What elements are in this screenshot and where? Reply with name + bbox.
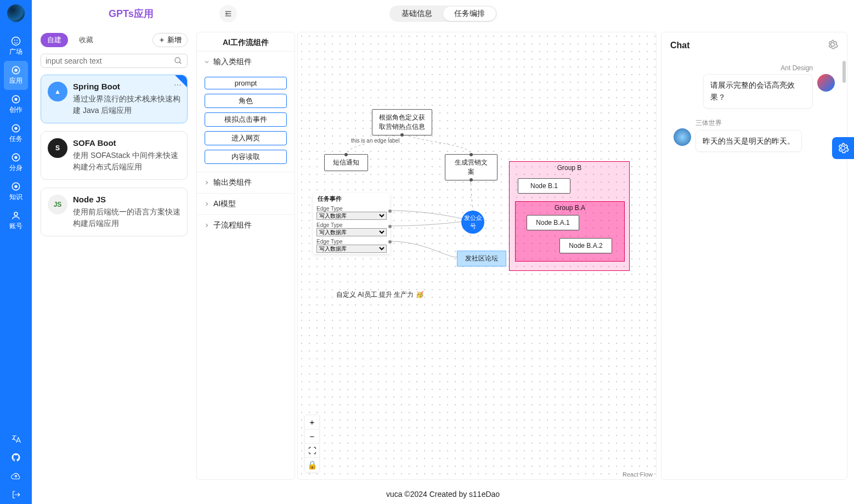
node-ba1[interactable]: Node B.A.1 xyxy=(527,215,579,230)
avatar[interactable] xyxy=(7,4,25,22)
rail-label: 账号 xyxy=(9,222,22,231)
node-publish-wechat[interactable]: 发公众号 xyxy=(461,211,484,234)
chevron-right-icon xyxy=(203,179,210,186)
chat-sender: Ant Design xyxy=(703,64,813,72)
flow-item-goto[interactable]: 进入网页 xyxy=(205,131,287,145)
lock-button[interactable]: 🔒 xyxy=(305,458,319,472)
chat-bubble: 请展示完整的会话高亮效果？ xyxy=(703,74,813,109)
node-sms[interactable]: 短信通知 xyxy=(324,154,368,171)
collapse-sidebar-button[interactable] xyxy=(219,5,237,22)
node-publish-forum[interactable]: 发社区论坛 xyxy=(457,251,506,267)
logout-icon[interactable] xyxy=(4,485,28,504)
header-tabs: 基础信息 任务编排 xyxy=(389,5,497,22)
flow-cat-input: 输入类组件 prompt 角色 模拟点击事件 进入网页 内容读取 xyxy=(197,52,295,172)
footer: vuca ©2024 Created by s11eDao xyxy=(32,484,854,504)
chevron-right-icon xyxy=(203,201,210,207)
chat-message: 三体世界 昨天的当天是明天的昨天。 xyxy=(669,118,839,152)
annotation-node[interactable]: 自定义 AI员工 提升 生产力 🥳 xyxy=(336,290,424,299)
node-hot-info[interactable]: 根据角色定义获取营销热点信息 xyxy=(372,109,432,135)
app-card-spring-boot[interactable]: ▲ Spring Boot 通过业界流行的技术栈来快速构建 Java 后端应用 … xyxy=(41,75,188,123)
flow-cat-input-head[interactable]: 输入类组件 xyxy=(197,52,295,72)
group-b[interactable]: Group B Node B.1 Group B.A Node B.A.1 No… xyxy=(509,161,630,271)
rail-label: 任务 xyxy=(9,134,22,144)
github-icon[interactable] xyxy=(4,448,28,467)
tab-basic-info[interactable]: 基础信息 xyxy=(391,7,443,21)
svg-point-12 xyxy=(14,185,17,188)
svg-point-2 xyxy=(16,40,18,41)
apps-tab-fav[interactable]: 收藏 xyxy=(72,33,100,47)
group-ba[interactable]: Group B.A Node B.A.1 Node B.A.2 xyxy=(515,201,625,262)
node-form[interactable]: 任务事件 Edge Type 写入数据库 Edge Type 写入数据库 Edg… xyxy=(313,193,390,254)
flow-cat-output: 输出类组件 xyxy=(197,172,295,194)
app-name: SOFA Boot xyxy=(73,138,116,148)
chrome-icon xyxy=(11,182,21,191)
svg-point-8 xyxy=(14,127,17,129)
zoom-out-button[interactable]: − xyxy=(305,429,319,444)
settings-float-button[interactable] xyxy=(832,137,854,159)
flow-cat-sub: 子流程组件 xyxy=(197,215,295,236)
edge-type-select-3[interactable]: 写入数据库 xyxy=(316,245,387,253)
rail-label: 广场 xyxy=(9,47,22,56)
rail-item-avatars[interactable]: 分身 xyxy=(4,148,28,177)
node-b1[interactable]: Node B.1 xyxy=(518,178,570,194)
flow-components-panel: AI工作流组件 输入类组件 prompt 角色 模拟点击事件 进入网页 内容读取 xyxy=(196,32,295,480)
add-app-label: 新增 xyxy=(167,35,182,45)
chat-title: Chat xyxy=(670,41,690,50)
svg-point-14 xyxy=(175,58,180,63)
rail-label: 创作 xyxy=(9,105,22,115)
flow-item-read[interactable]: 内容读取 xyxy=(205,150,287,164)
add-app-button[interactable]: 新增 xyxy=(152,33,188,47)
chat-sender: 三体世界 xyxy=(695,118,802,128)
chevron-right-icon xyxy=(203,222,210,229)
chat-body[interactable]: Ant Design 请展示完整的会话高亮效果？ 三体世界 昨天的当天是明天的昨… xyxy=(661,59,847,479)
flow-canvas[interactable]: 根据角色定义获取营销热点信息 this is an edge label 短信通… xyxy=(297,32,657,480)
form-title: 任务事件 xyxy=(313,193,390,205)
flow-cat-sub-head[interactable]: 子流程组件 xyxy=(197,215,295,236)
main: GPTs应用 基础信息 任务编排 自建 收藏 新增 xyxy=(32,0,854,504)
react-flow-attrib: React Flow xyxy=(623,471,653,478)
edge-type-select-2[interactable]: 写入数据库 xyxy=(316,228,387,236)
app-icon: S xyxy=(48,138,67,158)
user-icon xyxy=(11,211,21,220)
rail-label: 应用 xyxy=(9,76,22,86)
svg-point-13 xyxy=(14,212,18,216)
chat-scrollbar[interactable] xyxy=(842,61,846,83)
fit-view-button[interactable]: ⛶ xyxy=(305,444,319,458)
flow-item-prompt[interactable]: prompt xyxy=(205,77,287,89)
flow-item-click[interactable]: 模拟点击事件 xyxy=(205,112,287,127)
chat-bubble: 昨天的当天是明天的昨天。 xyxy=(695,130,802,152)
rail-item-knowledge[interactable]: 知识 xyxy=(4,177,28,206)
node-gen-copy[interactable]: 生成营销文案 xyxy=(445,154,497,180)
rail-label: 知识 xyxy=(9,192,22,202)
app-card-nodejs[interactable]: JS Node JS 使用前后端统一的语言方案快速构建后端应用 xyxy=(41,188,188,236)
flow-cat-output-head[interactable]: 输出类组件 xyxy=(197,172,295,193)
flow-cat-model: AI模型 xyxy=(197,194,295,215)
svg-point-1 xyxy=(14,40,15,41)
zoom-in-button[interactable]: + xyxy=(305,415,319,429)
rail-item-tasks[interactable]: 任务 xyxy=(4,119,28,148)
tab-orchestrate[interactable]: 任务编排 xyxy=(443,7,496,21)
rail-item-square[interactable]: 广场 xyxy=(4,32,28,61)
rail-item-apps[interactable]: 应用 xyxy=(4,61,28,90)
more-icon[interactable]: ⋯ xyxy=(174,81,182,89)
cloud-upload-icon[interactable] xyxy=(4,467,28,485)
app-card-sofa-boot[interactable]: S SOFA Boot 使用 SOFAStack 中间件来快速构建分布式后端应用 xyxy=(41,131,188,180)
app-icon: ▲ xyxy=(48,82,67,101)
gear-icon[interactable] xyxy=(827,39,838,52)
language-icon[interactable] xyxy=(4,429,28,448)
node-ba2[interactable]: Node B.A.2 xyxy=(559,238,612,253)
rail-item-account[interactable]: 账号 xyxy=(4,206,28,235)
content: 自建 收藏 新增 ▲ Spring Boot 通过业界流行的技术栈来快速构建 J… xyxy=(32,27,854,484)
search-icon xyxy=(174,56,183,65)
flow-panel-title: AI工作流组件 xyxy=(197,32,295,52)
flow-cat-model-head[interactable]: AI模型 xyxy=(197,194,295,214)
flow-item-role[interactable]: 角色 xyxy=(205,94,287,108)
canvas-controls: + − ⛶ 🔒 xyxy=(304,415,320,473)
app-desc: 通过业界流行的技术栈来快速构建 Java 后端应用 xyxy=(73,93,180,116)
search-input[interactable] xyxy=(46,56,174,65)
apps-panel: 自建 收藏 新增 ▲ Spring Boot 通过业界流行的技术栈来快速构建 J… xyxy=(32,27,196,484)
svg-point-0 xyxy=(12,37,20,46)
edge-type-select-1[interactable]: 写入数据库 xyxy=(316,212,387,220)
apps-tab-built[interactable]: 自建 xyxy=(41,33,68,47)
rail-item-create[interactable]: 创作 xyxy=(4,90,28,119)
